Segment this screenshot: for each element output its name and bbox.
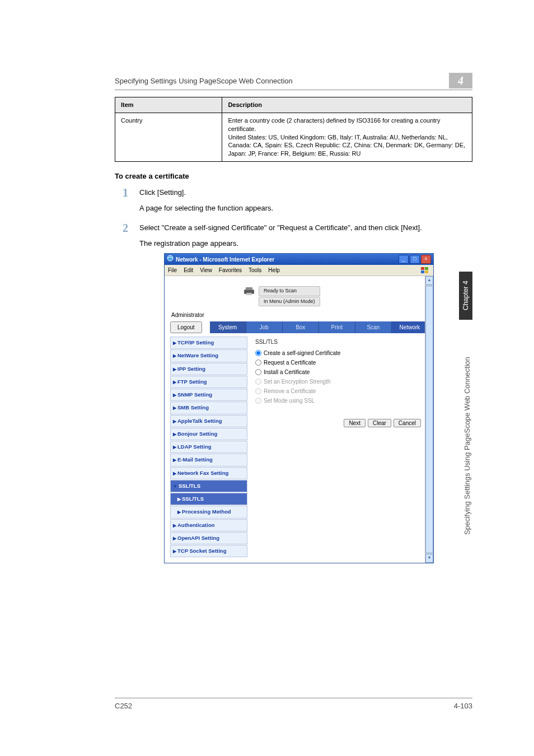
- maximize-button[interactable]: □: [410, 255, 420, 264]
- sidebar-item-ldap[interactable]: ▶LDAP Setting: [170, 441, 247, 453]
- sidebar-item-email[interactable]: ▶E-Mail Setting: [170, 454, 247, 466]
- triangle-icon: ▶: [173, 393, 176, 398]
- sidebar-item-ssltls-parent[interactable]: ▼SSL/TLS: [170, 480, 247, 492]
- tab-network[interactable]: Network: [392, 321, 428, 333]
- triangle-icon: ▶: [173, 367, 176, 372]
- tab-box[interactable]: Box: [283, 321, 319, 333]
- minimize-button[interactable]: _: [399, 255, 409, 264]
- sidebar-item-smb[interactable]: ▶SMB Setting: [170, 402, 247, 414]
- step-2: 2 Select "Create a self-signed Certifica…: [115, 222, 472, 563]
- triangle-down-icon: ▼: [173, 484, 177, 489]
- menu-favorites[interactable]: Favorites: [219, 266, 242, 274]
- next-button[interactable]: Next: [344, 419, 366, 427]
- option-install-cert[interactable]: Install a Certificate: [255, 367, 424, 377]
- triangle-icon: ▶: [173, 471, 176, 476]
- table-row: Country Enter a country code (2 characte…: [115, 113, 472, 161]
- tab-scan[interactable]: Scan: [355, 321, 392, 333]
- step-number: 2: [115, 222, 128, 234]
- footer-left: C252: [115, 702, 132, 710]
- radio-self-signed[interactable]: [255, 350, 261, 356]
- sidebar-item-tcpip[interactable]: ▶TCP/IP Setting: [170, 337, 247, 349]
- sidebar-item-tcpsocket[interactable]: ▶TCP Socket Setting: [170, 545, 247, 557]
- section-title: Specifying Settings Using PageScope Web …: [115, 77, 293, 85]
- subheading: To create a certificate: [115, 172, 472, 180]
- table-header-item: Item: [115, 97, 222, 113]
- triangle-icon: ▶: [173, 536, 176, 541]
- svg-rect-1: [421, 267, 424, 270]
- browser-window: Network - Microsoft Internet Explorer _ …: [164, 253, 434, 563]
- scroll-thumb[interactable]: [425, 286, 433, 553]
- tab-bar: System Job Box Print Scan Network: [210, 321, 428, 333]
- sidebar-item-ipp[interactable]: ▶IPP Setting: [170, 363, 247, 375]
- window-title: Network - Microsoft Internet Explorer: [176, 255, 399, 264]
- tab-job[interactable]: Job: [246, 321, 283, 333]
- scroll-down-button[interactable]: ▾: [425, 554, 433, 563]
- sidebar-item-processing-method[interactable]: ▶Processing Method: [170, 506, 247, 518]
- scroll-up-button[interactable]: ▴: [425, 276, 433, 285]
- tab-print[interactable]: Print: [319, 321, 355, 333]
- menu-tools[interactable]: Tools: [249, 266, 261, 274]
- triangle-icon: ▶: [173, 380, 176, 385]
- triangle-icon: ▶: [173, 445, 176, 450]
- printer-icon: [243, 286, 255, 298]
- description-table: Item Description Country Enter a country…: [115, 97, 472, 162]
- vertical-scrollbar[interactable]: ▴ ▾: [425, 276, 433, 563]
- menu-file[interactable]: File: [168, 266, 177, 274]
- step-number: 1: [115, 187, 128, 198]
- triangle-icon: ▶: [173, 523, 176, 528]
- svg-rect-7: [246, 293, 252, 295]
- settings-sidebar: ▶TCP/IP Setting ▶NetWare Setting ▶IPP Se…: [170, 337, 247, 557]
- tab-system[interactable]: System: [210, 321, 246, 333]
- option-label: Set Mode using SSL: [264, 396, 315, 405]
- menu-view[interactable]: View: [200, 266, 212, 274]
- sidebar-item-netfax[interactable]: ▶Network Fax Setting: [170, 467, 247, 479]
- chapter-tab: Chapter 4: [459, 272, 472, 320]
- menu-bar[interactable]: File Edit View Favorites Tools Help: [165, 265, 433, 276]
- sidebar-item-ssltls-child[interactable]: ▶SSL/TLS: [170, 493, 247, 505]
- browser-viewport: ▴ ▾ Ready to Scan In Menu (Admin Mode): [165, 276, 433, 563]
- clear-button[interactable]: Clear: [368, 419, 391, 427]
- triangle-icon: ▶: [173, 353, 176, 358]
- logout-button[interactable]: Logout: [170, 321, 202, 333]
- triangle-icon: ▶: [177, 510, 181, 515]
- windows-flag-icon: [420, 267, 430, 274]
- triangle-icon: ▶: [173, 549, 176, 554]
- svg-rect-2: [425, 267, 428, 270]
- step-text: A page for selecting the function appear…: [139, 203, 472, 214]
- radio-install-cert[interactable]: [255, 369, 261, 375]
- sidebar-item-netware[interactable]: ▶NetWare Setting: [170, 349, 247, 362]
- option-encryption-strength: Set an Encryption Strength: [255, 377, 424, 386]
- status-text-1: Ready to Scan: [259, 286, 320, 296]
- table-cell-description: Enter a country code (2 characters) defi…: [222, 113, 472, 161]
- option-set-mode-ssl: Set Mode using SSL: [255, 396, 424, 405]
- ie-icon: [167, 255, 174, 264]
- step-text: Click [Setting].: [139, 187, 472, 198]
- radio-remove-cert: [255, 388, 261, 394]
- close-button[interactable]: ×: [421, 255, 431, 264]
- sidebar-item-ftp[interactable]: ▶FTP Setting: [170, 376, 247, 388]
- triangle-icon: ▶: [173, 405, 176, 410]
- sidebar-item-openapi[interactable]: ▶OpenAPI Setting: [170, 532, 247, 544]
- triangle-icon: ▶: [173, 340, 176, 346]
- svg-rect-4: [425, 270, 428, 273]
- section-number-badge: 4: [449, 73, 472, 88]
- sidebar-item-snmp[interactable]: ▶SNMP Setting: [170, 389, 247, 401]
- step-text: The registration page appears.: [139, 238, 472, 249]
- sidebar-item-authentication[interactable]: ▶Authentication: [170, 519, 247, 531]
- step-text: Select "Create a self-signed Certificate…: [139, 222, 472, 234]
- table-cell-item: Country: [115, 113, 222, 161]
- radio-request-cert[interactable]: [255, 360, 261, 366]
- status-text-2: In Menu (Admin Mode): [259, 297, 320, 307]
- sidebar-item-appletalk[interactable]: ▶AppleTalk Setting: [170, 415, 247, 427]
- window-titlebar[interactable]: Network - Microsoft Internet Explorer _ …: [165, 254, 433, 265]
- cancel-button[interactable]: Cancel: [394, 419, 421, 427]
- menu-help[interactable]: Help: [268, 266, 280, 274]
- option-label: Remove a Certificate: [264, 387, 316, 395]
- menu-edit[interactable]: Edit: [184, 266, 193, 274]
- sidebar-item-bonjour[interactable]: ▶Bonjour Setting: [170, 428, 247, 440]
- side-label: Specifying Settings Using PageScope Web …: [463, 333, 471, 535]
- option-request-cert[interactable]: Request a Certificate: [255, 358, 424, 367]
- option-self-signed[interactable]: Create a self-signed Certificate: [255, 348, 424, 358]
- option-label: Create a self-signed Certificate: [264, 349, 340, 357]
- triangle-icon: ▶: [173, 458, 176, 463]
